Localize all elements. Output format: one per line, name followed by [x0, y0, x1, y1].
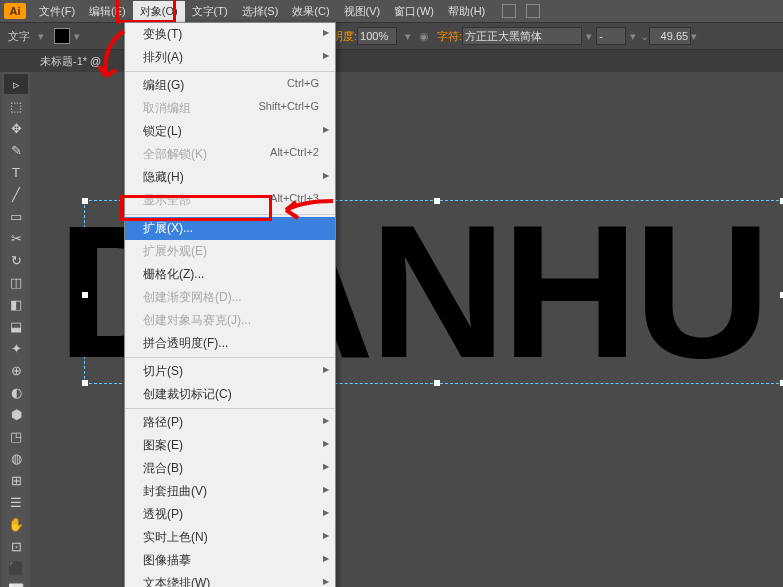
dropdown-icon[interactable]: ▾: [691, 30, 697, 43]
menu-item-shortcut: Ctrl+G: [287, 77, 319, 94]
object-menu-dropdown: 变换(T)排列(A)编组(G)Ctrl+G取消编组Shift+Ctrl+G锁定(…: [124, 22, 336, 587]
menu-item[interactable]: 拼合透明度(F)...: [125, 332, 335, 355]
menu-item[interactable]: 文字(T): [185, 1, 235, 22]
tool-button[interactable]: ✋: [4, 514, 28, 534]
menu-item-label: 变换(T): [143, 26, 182, 43]
menu-item-label: 混合(B): [143, 460, 183, 477]
menu-item[interactable]: 实时上色(N): [125, 526, 335, 549]
resize-handle[interactable]: [434, 198, 440, 204]
fill-color-swatch[interactable]: [54, 28, 70, 44]
menu-item[interactable]: 隐藏(H): [125, 166, 335, 189]
dropdown-icon[interactable]: ▾: [405, 30, 411, 43]
recolor-icon[interactable]: ◉: [419, 30, 429, 43]
dropdown-icon[interactable]: ▾: [74, 30, 80, 43]
tool-button[interactable]: ✥: [4, 118, 28, 138]
tool-button[interactable]: ⬚: [4, 96, 28, 116]
tool-label: 文字: [8, 29, 30, 44]
menu-separator: [125, 357, 335, 358]
menu-item[interactable]: 帮助(H): [441, 1, 492, 22]
menu-item-label: 图像描摹: [143, 552, 191, 569]
resize-handle[interactable]: [82, 198, 88, 204]
menu-item-label: 路径(P): [143, 414, 183, 431]
menu-item[interactable]: 切片(S): [125, 360, 335, 383]
menu-item[interactable]: 排列(A): [125, 46, 335, 69]
dropdown-icon[interactable]: ▾: [630, 30, 636, 43]
menu-item: 扩展外观(E): [125, 240, 335, 263]
menu-extras: [502, 4, 540, 18]
document-tab[interactable]: 未标题-1* @: [32, 52, 109, 71]
menu-item[interactable]: 编组(G)Ctrl+G: [125, 74, 335, 97]
tool-button[interactable]: ✎: [4, 140, 28, 160]
menu-item[interactable]: 图像描摹: [125, 549, 335, 572]
tool-button[interactable]: ⬓: [4, 316, 28, 336]
resize-handle[interactable]: [434, 380, 440, 386]
resize-handle[interactable]: [82, 380, 88, 386]
tool-button[interactable]: ◧: [4, 294, 28, 314]
stepper-down-icon[interactable]: ⌄: [640, 30, 649, 43]
menu-item[interactable]: 封套扭曲(V): [125, 480, 335, 503]
menu-item-label: 扩展外观(E): [143, 243, 207, 260]
tool-button[interactable]: ▭: [4, 206, 28, 226]
menu-item-label: 文本绕排(W): [143, 575, 210, 587]
tool-button[interactable]: ☰: [4, 492, 28, 512]
tool-button[interactable]: ⊞: [4, 470, 28, 490]
menu-item[interactable]: 透视(P): [125, 503, 335, 526]
menu-item: 全部解锁(K)Alt+Ctrl+2: [125, 143, 335, 166]
menu-item[interactable]: 图案(E): [125, 434, 335, 457]
tool-button[interactable]: ⊕: [4, 360, 28, 380]
font-style-select[interactable]: [596, 27, 626, 45]
menu-item-label: 全部解锁(K): [143, 146, 207, 163]
tool-button[interactable]: T: [4, 162, 28, 182]
menu-item-label: 图案(E): [143, 437, 183, 454]
menu-item[interactable]: 窗口(W): [387, 1, 441, 22]
app-logo: Ai: [4, 3, 26, 19]
menu-item-label: 锁定(L): [143, 123, 182, 140]
tool-button[interactable]: ↻: [4, 250, 28, 270]
font-size-input[interactable]: [649, 27, 691, 45]
menu-item[interactable]: 视图(V): [337, 1, 388, 22]
document-tabs: 未标题-1* @: [0, 50, 783, 72]
menu-item[interactable]: 选择(S): [235, 1, 286, 22]
dropdown-icon[interactable]: ▾: [38, 30, 44, 43]
menu-separator: [125, 71, 335, 72]
tool-button[interactable]: ⬜: [4, 580, 28, 587]
menu-item: 创建对象马赛克(J)...: [125, 309, 335, 332]
menu-item: 取消编组Shift+Ctrl+G: [125, 97, 335, 120]
menu-item[interactable]: 混合(B): [125, 457, 335, 480]
menu-item-label: 编组(G): [143, 77, 184, 94]
menu-item[interactable]: 创建裁切标记(C): [125, 383, 335, 406]
menu-item-label: 隐藏(H): [143, 169, 184, 186]
font-family-select[interactable]: [462, 27, 582, 45]
opacity-input[interactable]: [357, 27, 397, 45]
menu-item[interactable]: 文件(F): [32, 1, 82, 22]
layout-icon[interactable]: [502, 4, 516, 18]
tool-button[interactable]: ✦: [4, 338, 28, 358]
toolbox: ▹⬚✥✎T╱▭✂↻◫◧⬓✦⊕◐⬢◳◍⊞☰✋⊡⬛⬜⊠◰◱: [2, 72, 30, 587]
menu-item-label: 扩展(X)...: [143, 220, 193, 237]
menu-item[interactable]: 效果(C): [285, 1, 336, 22]
workspace-icon[interactable]: [526, 4, 540, 18]
tool-button[interactable]: ◍: [4, 448, 28, 468]
menu-item[interactable]: 路径(P): [125, 411, 335, 434]
font-label[interactable]: 字符:: [437, 29, 462, 44]
tool-button[interactable]: ✂: [4, 228, 28, 248]
menu-item[interactable]: 栅格化(Z)...: [125, 263, 335, 286]
dropdown-icon[interactable]: ▾: [586, 30, 592, 43]
menu-item-label: 排列(A): [143, 49, 183, 66]
tool-button[interactable]: ⊡: [4, 536, 28, 556]
menu-item-label: 取消编组: [143, 100, 191, 117]
tool-button[interactable]: ◐: [4, 382, 28, 402]
resize-handle[interactable]: [82, 292, 88, 298]
menu-item[interactable]: 锁定(L): [125, 120, 335, 143]
tool-button[interactable]: ⬛: [4, 558, 28, 578]
tool-button[interactable]: ◳: [4, 426, 28, 446]
menu-separator: [125, 408, 335, 409]
tool-button[interactable]: ▹: [4, 74, 28, 94]
tool-button[interactable]: ◫: [4, 272, 28, 292]
options-bar: 文字 ▾ ▾ 不透明度: ▾ ◉ 字符: ▾ ▾ ⌄ ▾: [0, 22, 783, 50]
menu-item-label: 实时上色(N): [143, 529, 208, 546]
menu-item[interactable]: 文本绕排(W): [125, 572, 335, 587]
tool-button[interactable]: ╱: [4, 184, 28, 204]
menu-item[interactable]: 变换(T): [125, 23, 335, 46]
tool-button[interactable]: ⬢: [4, 404, 28, 424]
